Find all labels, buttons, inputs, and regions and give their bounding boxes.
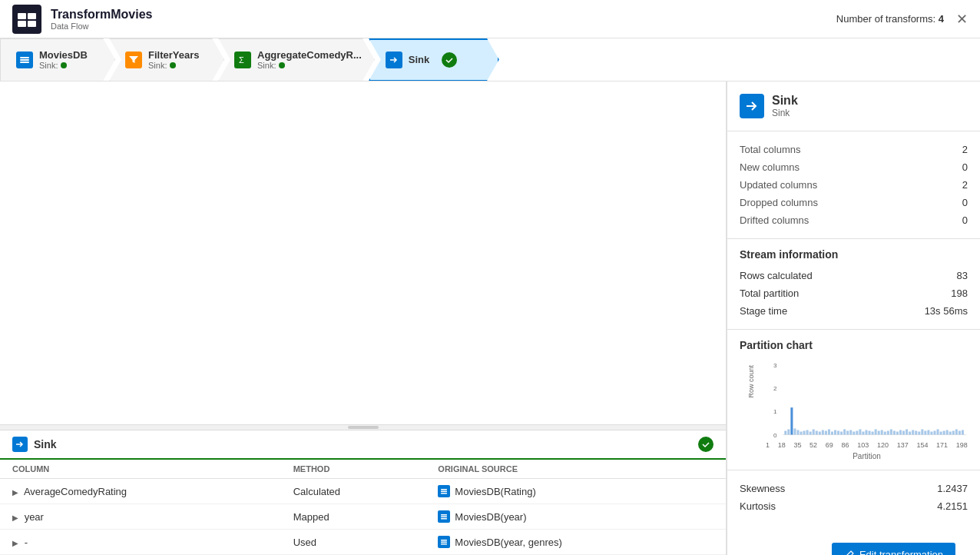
svg-rect-11 xyxy=(441,514,447,516)
col-name-2: ▶ - xyxy=(0,530,281,555)
svg-rect-73 xyxy=(943,430,945,434)
col-source-2: MoviesDB(year, genres) xyxy=(425,530,726,555)
header-title-group: TransformMovies Data Flow xyxy=(51,8,152,31)
svg-rect-22 xyxy=(784,430,786,434)
total-cols-value: 2 xyxy=(962,144,968,155)
pipeline-step-moviesdb[interactable]: MoviesDB Sink: xyxy=(0,38,115,81)
svg-rect-54 xyxy=(884,431,886,434)
svg-rect-74 xyxy=(946,430,949,434)
svg-rect-36 xyxy=(828,429,830,434)
svg-rect-49 xyxy=(869,430,871,434)
svg-rect-50 xyxy=(872,431,874,434)
aggregate-icon: Σ xyxy=(234,52,251,68)
right-panel-title-group: Sink Sink xyxy=(772,94,798,118)
col-method-0: Calculated xyxy=(281,479,426,504)
y-axis-label: Row count xyxy=(747,365,755,398)
canvas-workspace xyxy=(0,81,726,424)
svg-rect-15 xyxy=(441,542,447,543)
expand-row-2[interactable]: ▶ xyxy=(12,539,18,547)
sink-table-icon xyxy=(12,437,28,452)
header-right: Number of transforms: 4 ✕ xyxy=(836,11,968,28)
source-icon-0 xyxy=(438,485,450,497)
edit-transformation-button[interactable]: Edit transformation xyxy=(832,543,955,555)
sink-step-name: Sink xyxy=(409,54,429,65)
bottom-panel: Sink COLUMN METHOD ORIGINAL SOURCE xyxy=(0,430,726,555)
svg-rect-2 xyxy=(18,21,26,27)
stream-row-partition: Total partition 198 xyxy=(740,284,968,302)
stream-row-rows: Rows calculated 83 xyxy=(740,267,968,284)
svg-rect-55 xyxy=(887,430,889,434)
svg-text:2: 2 xyxy=(773,385,777,392)
transform-count: Number of transforms: 4 xyxy=(836,13,944,25)
expand-row-1[interactable]: ▶ xyxy=(12,513,18,522)
drifted-cols-value: 0 xyxy=(962,214,968,226)
svg-rect-39 xyxy=(837,430,839,434)
close-button[interactable]: ✕ xyxy=(956,11,968,28)
chart-wrapper: Row count 3 2 1 0 xyxy=(740,357,968,460)
stat-row-drifted-cols: Drifted columns 0 xyxy=(740,211,968,229)
stat-row-total-cols: Total columns 2 xyxy=(740,141,968,158)
pipeline-step-filteryears[interactable]: FilterYears Sink: xyxy=(109,38,224,81)
stats-section: Total columns 2 New columns 0 Updated co… xyxy=(727,131,980,239)
aggregate-info: AggregateComedyR... Sink: xyxy=(257,49,362,70)
svg-rect-23 xyxy=(787,429,790,434)
svg-rect-44 xyxy=(853,431,855,434)
expand-row-0[interactable]: ▶ xyxy=(12,488,18,497)
source-header: ORIGINAL SOURCE xyxy=(425,460,726,479)
rows-calc-label: Rows calculated xyxy=(740,270,813,281)
svg-text:0: 0 xyxy=(773,432,777,439)
svg-rect-70 xyxy=(933,430,935,434)
svg-rect-66 xyxy=(921,429,923,434)
svg-rect-26 xyxy=(796,430,799,434)
kurtosis-value: 4.2151 xyxy=(937,500,968,512)
skew-section: Skewness 1.2437 Kurtosis 4.2151 xyxy=(727,470,980,524)
svg-rect-28 xyxy=(803,430,806,434)
filteryears-name: FilterYears xyxy=(148,49,200,61)
stream-info-section: Stream information Rows calculated 83 To… xyxy=(727,239,980,330)
rows-calc-value: 83 xyxy=(957,270,968,281)
partition-chart-section: Partition chart Row count 3 2 1 0 xyxy=(727,330,980,470)
moviesdb-name: MoviesDB xyxy=(39,49,88,61)
svg-rect-8 xyxy=(441,489,447,490)
moviesdb-dot xyxy=(61,62,67,68)
pipeline-step-sink[interactable]: Sink xyxy=(369,38,499,81)
right-panel-title: Sink xyxy=(772,94,798,108)
edit-icon xyxy=(844,550,855,556)
svg-text:3: 3 xyxy=(773,362,777,369)
sink-header-left: Sink xyxy=(12,437,57,452)
stat-row-dropped-cols: Dropped columns 0 xyxy=(740,194,968,211)
panel-divider[interactable] xyxy=(0,424,726,430)
svg-rect-35 xyxy=(825,430,827,434)
table-row: ▶ year Mapped MoviesDB(year) xyxy=(0,504,726,530)
skewness-value: 1.2437 xyxy=(937,483,968,494)
svg-rect-79 xyxy=(962,430,964,434)
sink-step-info: Sink xyxy=(409,54,429,65)
sink-table-check xyxy=(698,437,713,452)
new-cols-value: 0 xyxy=(962,161,968,173)
svg-rect-16 xyxy=(441,543,447,545)
svg-rect-27 xyxy=(800,431,803,434)
svg-rect-32 xyxy=(816,430,818,434)
sink-step-icon xyxy=(386,52,402,68)
header-left: TransformMovies Data Flow xyxy=(12,5,152,34)
moviesdb-sub: Sink: xyxy=(39,61,88,70)
method-header: METHOD xyxy=(281,460,426,479)
svg-text:Σ: Σ xyxy=(239,55,244,65)
svg-rect-78 xyxy=(958,430,961,434)
svg-rect-34 xyxy=(822,430,824,434)
filteryears-sub: Sink: xyxy=(148,61,200,70)
y-axis-group: Row count xyxy=(740,357,763,398)
total-cols-label: Total columns xyxy=(740,144,800,155)
svg-rect-41 xyxy=(843,429,846,434)
moviesdb-icon xyxy=(16,52,33,68)
svg-rect-12 xyxy=(441,517,447,518)
svg-rect-53 xyxy=(881,430,883,434)
svg-rect-33 xyxy=(819,431,821,434)
x-axis-label: Partition xyxy=(766,452,968,460)
svg-rect-5 xyxy=(20,59,29,61)
svg-rect-6 xyxy=(20,61,29,63)
dropped-cols-label: Dropped columns xyxy=(740,197,818,208)
svg-rect-47 xyxy=(862,431,864,434)
pipeline-step-aggregate[interactable]: Σ AggregateComedyR... Sink: xyxy=(218,38,375,81)
new-cols-label: New columns xyxy=(740,161,800,173)
